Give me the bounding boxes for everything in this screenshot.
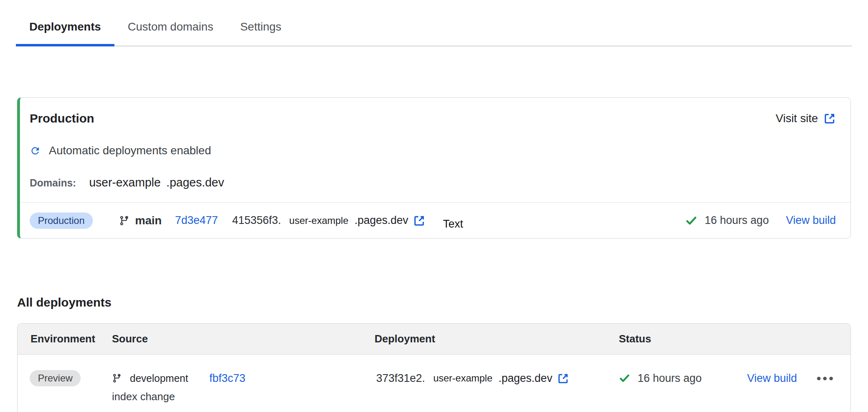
domain-name: user-example xyxy=(89,176,161,189)
deployment-domain-suffix: .pages.dev xyxy=(499,372,552,385)
deployment-id: 373f31e2. xyxy=(376,372,425,385)
tab-custom-domains[interactable]: Custom domains xyxy=(114,0,227,46)
external-link-icon xyxy=(557,373,569,384)
success-check-icon xyxy=(685,215,697,227)
deployment-domain-suffix: .pages.dev xyxy=(355,214,408,227)
success-check-icon xyxy=(619,373,630,384)
deployment-url-link[interactable] xyxy=(413,215,425,227)
deployment-id: 415356f3. xyxy=(232,214,281,227)
tab-settings[interactable]: Settings xyxy=(227,0,295,46)
git-branch-icon xyxy=(112,373,122,383)
commit-link[interactable]: fbf3c73 xyxy=(209,372,245,385)
deployment-url-link[interactable] xyxy=(557,373,569,384)
column-header-environment: Environment xyxy=(18,333,112,345)
external-link-icon xyxy=(824,112,836,125)
annotation-text: Text xyxy=(443,218,463,230)
branch-name: development xyxy=(130,373,188,384)
auto-deployments-text: Automatic deployments enabled xyxy=(49,144,211,157)
view-build-link[interactable]: View build xyxy=(747,372,797,385)
production-card: Production Visit site Automatic deploym xyxy=(17,97,851,239)
column-header-deployment: Deployment xyxy=(375,333,619,345)
external-link-icon xyxy=(413,215,425,227)
commit-link[interactable]: 7d3e477 xyxy=(175,214,218,227)
tab-bar: Deployments Custom domains Settings xyxy=(16,0,852,46)
git-branch-icon xyxy=(119,215,129,226)
table-row: Preview development fbf3c73 index change… xyxy=(18,355,850,412)
commit-message: index change xyxy=(112,390,375,403)
refresh-icon xyxy=(30,145,41,156)
deploy-time: 16 hours ago xyxy=(705,214,769,227)
all-deployments-title: All deployments xyxy=(17,295,851,310)
branch-name: main xyxy=(135,214,162,227)
domain-suffix: .pages.dev xyxy=(167,176,224,189)
more-actions-button[interactable]: ••• xyxy=(816,370,835,386)
domains-label: Domains: xyxy=(30,177,76,189)
deployments-table: Environment Source Deployment Status Pre… xyxy=(17,323,851,412)
column-header-status: Status xyxy=(619,333,850,345)
tab-deployments[interactable]: Deployments xyxy=(16,0,114,46)
table-header: Environment Source Deployment Status xyxy=(18,324,850,355)
visit-site-link[interactable]: Visit site xyxy=(776,112,836,125)
production-deployment-row: Production main 7d3e477 415356f3. user-e… xyxy=(20,202,850,238)
view-build-link[interactable]: View build xyxy=(786,214,836,227)
visit-site-label: Visit site xyxy=(776,112,818,125)
column-header-source: Source xyxy=(112,333,375,345)
deployment-domain: user-example xyxy=(289,215,348,226)
deployment-domain: user-example xyxy=(433,373,492,384)
deploy-time: 16 hours ago xyxy=(638,372,702,385)
environment-badge: Preview xyxy=(30,370,81,386)
production-card-title: Production xyxy=(30,111,94,126)
environment-badge: Production xyxy=(30,213,93,229)
